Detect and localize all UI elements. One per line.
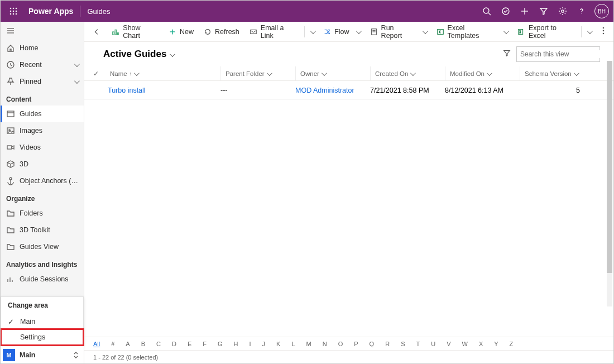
row-name-link[interactable]: Turbo install [108,87,146,94]
overflow-button[interactable] [596,27,611,36]
refresh-button[interactable]: Refresh [199,23,244,40]
new-button[interactable]: New [164,23,198,40]
alpha-i[interactable]: I [250,341,251,347]
alpha-b[interactable]: B [141,341,145,347]
col-owner[interactable]: Owner [295,66,370,80]
brand-label[interactable]: Power Apps [22,7,80,16]
svg-point-3 [10,11,12,12]
chart-icon [112,28,119,36]
add-icon[interactable] [515,1,534,22]
alpha-w[interactable]: W [462,341,468,347]
alpha-z[interactable]: Z [510,341,514,347]
flow-icon [323,28,331,36]
hamburger-icon[interactable] [1,22,84,40]
alpha-j[interactable]: J [262,341,266,347]
area-badge: M [3,349,15,361]
alpha-o[interactable]: O [338,341,343,347]
row-owner-link[interactable]: MOD Administrator [295,87,354,94]
alpha-h[interactable]: H [234,341,238,347]
alpha-q[interactable]: Q [370,341,375,347]
alpha-r[interactable]: R [385,341,390,347]
back-button[interactable] [87,28,106,36]
view-title[interactable]: Active Guides [103,49,174,60]
table-row[interactable]: Turbo install---MOD Administrator7/21/20… [84,81,613,100]
nav-item-guides[interactable]: Guides [1,106,84,122]
gear-icon[interactable] [553,1,572,22]
nav-recent[interactable]: Recent [1,56,84,73]
excel-templates-button[interactable]: Excel Templates [432,23,512,40]
alpha-#[interactable]: # [111,341,114,347]
svg-point-7 [13,13,15,15]
nav-home[interactable]: Home [1,40,84,56]
alpha-c[interactable]: C [156,341,161,347]
run-report-button[interactable]: Run Report [366,23,431,40]
export-excel-button[interactable]: Export to Excel [513,23,579,40]
nav-item-folders[interactable]: Folders [1,205,84,222]
alpha-u[interactable]: U [431,341,435,347]
select-all-checkbox[interactable]: ✓ [93,70,105,78]
export-split-chevron[interactable] [584,28,594,36]
filter-icon[interactable] [503,49,511,59]
alpha-y[interactable]: Y [494,341,498,347]
nav-item-images[interactable]: Images [1,122,84,139]
nav-pinned[interactable]: Pinned [1,73,84,90]
scrollbar-thumb[interactable] [607,61,612,273]
status-bar: 1 - 22 of 22 (0 selected) [84,350,613,363]
col-modified-on[interactable]: Modified On [445,66,520,80]
col-created-on[interactable]: Created On [370,66,445,80]
funnel-icon[interactable] [534,1,553,22]
alpha-g[interactable]: G [218,341,223,347]
alpha-x[interactable]: X [479,341,483,347]
task-icon[interactable] [496,1,515,22]
nav-label: Home [20,44,78,52]
app-name[interactable]: Guides [80,7,117,16]
svg-point-11 [502,8,509,15]
nav-item-videos[interactable]: Videos [1,139,84,156]
nav-item-object-anchors-prev-[interactable]: Object Anchors (Prev... [1,173,84,189]
help-icon[interactable] [572,1,591,22]
email-link-button[interactable]: Email a Link [245,23,302,40]
alpha-s[interactable]: S [401,341,405,347]
search-icon[interactable] [477,1,496,22]
nav-item-guides-view[interactable]: Guides View [1,238,84,255]
alpha-k[interactable]: K [276,341,280,347]
area-option-main[interactable]: ✓Main [1,314,83,329]
alpha-e[interactable]: E [188,341,191,347]
nav-item-3d[interactable]: 3D [1,156,84,173]
alpha-all[interactable]: All [93,341,100,347]
nav-label: Recent [20,61,70,69]
svg-point-5 [16,11,17,12]
area-option-settings[interactable]: Settings [1,329,83,345]
sidebar: HomeRecentPinned ContentGuidesImagesVide… [1,22,84,363]
col-schema-version[interactable]: Schema Version [520,66,594,80]
show-chart-button[interactable]: Show Chart [107,23,163,40]
area-current[interactable]: M Main [1,346,84,363]
nav-item-3d-toolkit[interactable]: 3D Toolkit [1,222,84,238]
nav-label: Pinned [20,78,70,85]
col-name[interactable]: Name ↑ [105,66,220,80]
excel-export-icon [517,28,525,36]
alpha-l[interactable]: L [291,341,295,347]
nav-section-analytics-and-insights: Analytics and Insights [1,255,84,271]
svg-rect-21 [7,111,14,117]
alpha-n[interactable]: N [323,341,327,347]
alpha-f[interactable]: F [203,341,207,347]
alpha-v[interactable]: V [447,341,450,347]
alpha-p[interactable]: P [354,341,358,347]
app-launcher-icon[interactable] [5,7,22,15]
search-input[interactable] [520,50,604,58]
alpha-t[interactable]: T [416,341,420,347]
nav-section-organize: Organize [1,189,84,205]
nav-item-guide-sessions[interactable]: Guide Sessions [1,271,84,288]
alpha-bar: All#ABCDEFGHIJKLMNOPQRSTUVWXYZ [84,337,613,350]
alpha-a[interactable]: A [126,341,129,347]
alpha-d[interactable]: D [172,341,176,347]
svg-point-9 [483,8,489,13]
email-split-chevron[interactable] [307,28,318,36]
view-search[interactable] [516,46,600,62]
alpha-m[interactable]: M [306,341,311,347]
avatar[interactable]: BH [594,4,609,18]
col-parent-folder[interactable]: Parent Folder [220,66,295,80]
svg-rect-33 [118,32,119,35]
flow-button[interactable]: Flow [319,23,364,40]
